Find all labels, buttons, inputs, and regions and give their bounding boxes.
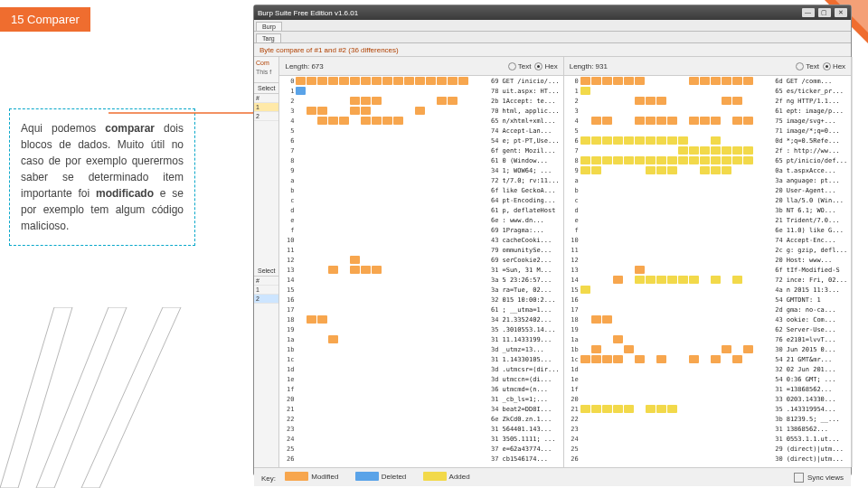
hex-row: 571image/*;q=0...	[564, 126, 851, 136]
hex-row: 90at.aspxAcce...	[564, 165, 851, 175]
hex-row: 1c5421 GMT&mr...	[564, 354, 851, 364]
hex-row: 1220Host: www...	[564, 255, 851, 265]
pane-right: Length: 931 Text Hex 06dGET /comm...165e…	[564, 57, 852, 467]
hex-row: 1f36utmcmd=(n...	[279, 384, 562, 394]
hex-row: 76fgent: Mozil...	[279, 145, 562, 155]
hex-row: 1935.3010553.14...	[279, 324, 562, 334]
hex-row: e21Trident/7.0...	[564, 215, 851, 225]
hex-row: 370html, applic...	[279, 106, 562, 116]
hex-row: c64pt-Encoding...	[279, 195, 562, 205]
svg-marker-5	[81, 307, 181, 488]
sidebar-table-1: # 1 2	[254, 94, 278, 121]
list-row[interactable]: 2	[254, 112, 278, 121]
app-window: Burp Suite Free Edition v1.6.01 — ▢ ✕ Bu…	[253, 5, 852, 476]
tabstrip-2: Targ	[254, 32, 851, 43]
hex-row: 361ept: image/p...	[564, 106, 851, 116]
legend: Key: Modified Deleted Added	[261, 472, 485, 483]
hex-row: 2331564401.143...	[279, 424, 562, 434]
hex-row: 475image/svg+...	[564, 116, 851, 126]
hex-row: 2537e=62a43774...	[279, 444, 562, 454]
list-row[interactable]: 1	[254, 103, 278, 112]
hex-row: 1e540:36 GMT; ...	[564, 374, 851, 384]
annotation-box: Aqui podemos comparar dois blocos de dad…	[9, 108, 195, 246]
hex-row: 1d3202 Jun 201...	[564, 364, 851, 374]
hex-row: 1b30Jun 2015 0...	[564, 344, 851, 354]
mode-radio-right[interactable]: Text Hex	[796, 62, 845, 70]
hex-row: 06dGET /comm...	[564, 76, 851, 86]
hex-grid-left[interactable]: 069GET /inicio/...178uit.aspx: HT...22b1…	[279, 76, 562, 467]
hex-row: 1472ince: Fri, 02...	[564, 275, 851, 285]
hex-row: 1a76e2101=lvvT...	[564, 334, 851, 344]
hex-row: 1962Server-Use...	[564, 324, 851, 334]
scrollbar[interactable]	[852, 57, 853, 467]
tab-target[interactable]: Targ	[256, 33, 281, 42]
hex-row: 654e; pt-PT,Use...	[279, 136, 562, 145]
hex-row: 226eZkCd0.zn.1...	[279, 414, 562, 424]
hex-row: 1a3111.1433199...	[279, 334, 562, 344]
hex-row: 1043cacheCooki...	[279, 235, 562, 245]
hex-row: 9341; WOW64; ...	[279, 165, 562, 175]
hex-row: 233113868562...	[564, 424, 851, 434]
hex-row: 1179ommunitySe...	[279, 245, 562, 255]
pane-left: Length: 673 Text Hex 069GET /inicio/...1…	[279, 57, 563, 467]
hex-row: 165es/ticker_pr...	[564, 86, 851, 96]
close-button[interactable]: ✕	[835, 8, 847, 17]
list-row[interactable]: 2	[254, 295, 278, 304]
hex-row: 112cg: gzip, defl...	[564, 245, 851, 255]
hex-row: 72f: http://ww...	[564, 145, 851, 155]
hex-row: f6e11.0) like G...	[564, 225, 851, 235]
hex-row: d3bNT 6.1; WO...	[564, 205, 851, 215]
hex-row: e6e: www.dn...	[279, 215, 562, 225]
hex-row: 22b1Accept: te...	[279, 96, 562, 106]
hex-row: f691Pragma:...	[279, 225, 562, 235]
max-button[interactable]: ▢	[818, 8, 831, 17]
tabstrip-top: Burp	[254, 20, 851, 32]
hex-row: 865pt/inicio/def...	[564, 155, 851, 165]
sidebar-table-2: # 1 2	[254, 277, 278, 304]
mode-radio-left[interactable]: Text Hex	[508, 62, 558, 70]
hex-row: 183421.3352402...	[279, 314, 562, 324]
decor-lines	[0, 307, 271, 488]
hex-row: 8610 (Window...	[279, 155, 562, 165]
hex-row: 1f31=13868562...	[564, 384, 851, 394]
svg-marker-4	[36, 307, 127, 488]
list-row[interactable]: 1	[254, 286, 278, 295]
hex-row: 069GET /inicio/...	[279, 76, 562, 86]
hex-row: 24310553.1.1.ut...	[564, 434, 851, 444]
hex-row: 1761; __utma=1...	[279, 305, 562, 314]
length-label-left: Length: 673	[285, 62, 323, 70]
hex-grid-right[interactable]: 06dGET /comm...165es/ticker_pr...22fng H…	[564, 76, 851, 467]
hex-row: 1e3dutmccn=(di...	[279, 374, 562, 384]
min-button[interactable]: —	[802, 8, 815, 17]
sidebar-label-2: Select	[254, 266, 278, 277]
hex-row: 465n/xhtml+xml...	[279, 116, 562, 126]
window-controls: — ▢ ✕	[800, 8, 847, 17]
hex-row: 1b3d_utmz=13...	[279, 344, 562, 354]
window-title: Burp Suite Free Edition v1.6.01	[258, 9, 358, 17]
hex-row: b6flike GeckoA...	[279, 185, 562, 195]
hex-row: 1d3d.utmcsr=(dir...	[279, 364, 562, 374]
hex-row: 136ftIf-Modified-S	[564, 265, 851, 275]
hex-row: 1843ookie: Com...	[564, 314, 851, 324]
hex-row: a72t/7.0; rv:11...	[279, 175, 562, 185]
titlebar[interactable]: Burp Suite Free Edition v1.6.01 — ▢ ✕	[254, 5, 851, 20]
hex-row: 22fng HTTP/1.1...	[564, 96, 851, 106]
hex-row: d61p, deflateHost	[279, 205, 562, 215]
hex-row: 153ara=Tue, 02...	[279, 285, 562, 295]
hex-row: c20lla/5.0 (Win...	[564, 195, 851, 205]
hex-row: 2031_cb_ls=1;...	[279, 394, 562, 404]
hex-row: 178uit.aspx: HT...	[279, 86, 562, 96]
hex-row: a3aanguage: pt...	[564, 175, 851, 185]
hex-row: 2134beat2=DD8I...	[279, 404, 562, 414]
subtab-compare[interactable]: Byte compare of #1 and #2 (36 difference…	[254, 43, 851, 57]
hex-row: 24313505.1111; ...	[279, 434, 562, 444]
hex-row: 1074Accept-Enc...	[564, 235, 851, 245]
tab-burp[interactable]: Burp	[256, 22, 282, 31]
hex-row: 1654GMTDNT: 1	[564, 295, 851, 305]
sync-views-check[interactable]: Sync views	[794, 473, 844, 483]
hex-row: b20User-Agent...	[564, 185, 851, 195]
sidebar-label: Select	[254, 83, 278, 94]
hex-row: 20330203.14330...	[564, 394, 851, 404]
length-label-right: Length: 931	[570, 62, 608, 70]
hex-row: 1269serCookie2...	[279, 255, 562, 265]
